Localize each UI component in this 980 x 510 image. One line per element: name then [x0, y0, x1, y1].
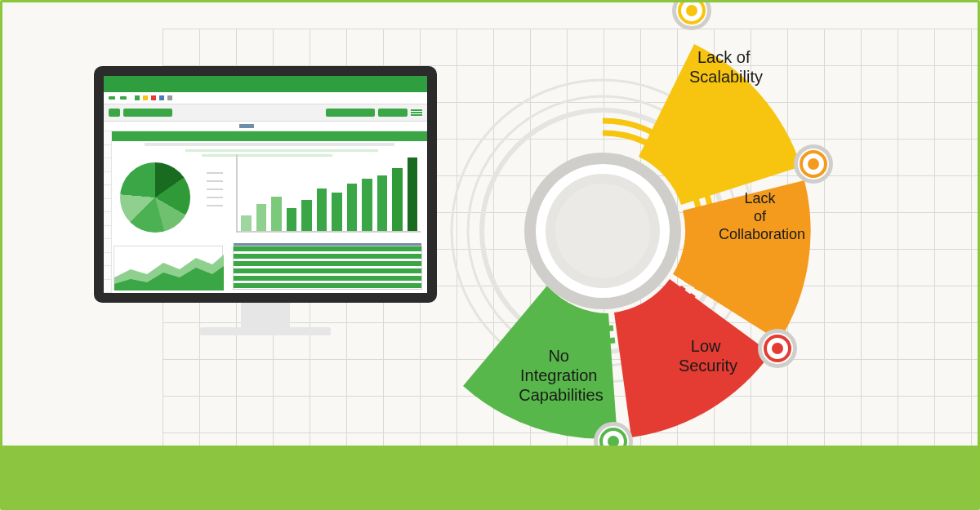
- monitor-neck: [241, 303, 290, 327]
- svg-point-12: [686, 5, 697, 16]
- radial-issues-diagram: Lack of Scalability Lack of Collaboratio…: [460, 0, 980, 468]
- app-ribbon: [104, 104, 427, 122]
- spreadsheet-monitor-illustration: [94, 66, 437, 352]
- svg-point-16: [808, 158, 819, 170]
- color-swatches: [135, 95, 172, 100]
- bullet-scalability: [672, 0, 711, 30]
- app-menubar: [104, 92, 427, 104]
- column-header: [112, 131, 427, 141]
- worksheet: [104, 131, 427, 293]
- pie-chart-icon: [120, 162, 190, 233]
- monitor-screen: [94, 66, 437, 303]
- spreadsheet-app: [104, 76, 427, 293]
- hamburger-icon: [411, 109, 422, 117]
- center-hub: [524, 153, 681, 309]
- data-table-icon: [233, 246, 422, 290]
- bullet-security: [758, 329, 797, 368]
- app-titlebar: [104, 76, 427, 92]
- bar-chart-icon: [236, 154, 421, 233]
- bullet-collaboration: [794, 144, 833, 184]
- svg-point-8: [555, 184, 650, 278]
- monitor-stand: [200, 327, 331, 335]
- footer-accent-bar: [2, 446, 978, 508]
- formula-bar: [104, 122, 427, 131]
- svg-point-20: [772, 343, 783, 354]
- row-headers: [104, 131, 112, 293]
- area-chart-icon: [114, 246, 223, 290]
